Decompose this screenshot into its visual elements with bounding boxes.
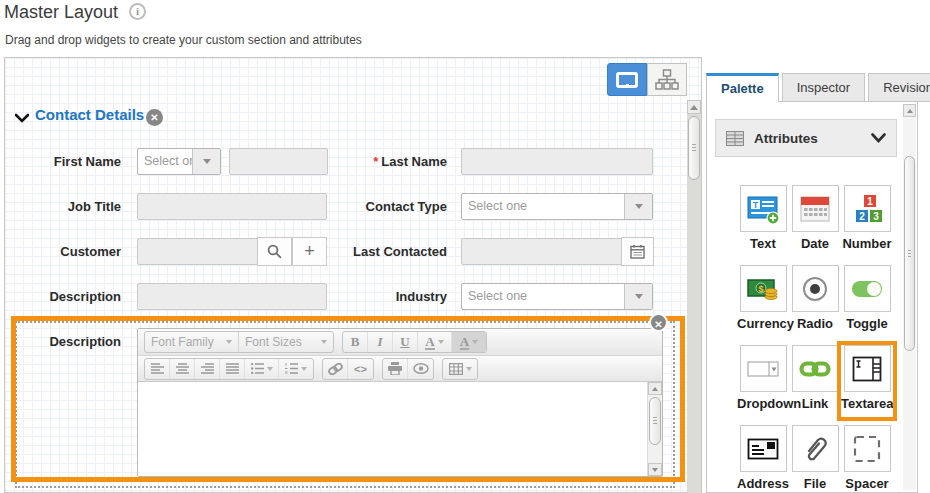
text-color-button[interactable]: A	[418, 332, 452, 352]
palette-item-number[interactable]: 123 Number	[841, 185, 893, 257]
palette-scrollbar[interactable]	[903, 104, 916, 490]
chevron-down-icon	[321, 340, 327, 344]
palette-items-grid: T Text	[737, 185, 893, 493]
underline-button[interactable]: U	[393, 332, 418, 352]
widget-card: $	[740, 265, 787, 312]
info-icon[interactable]: i	[129, 3, 146, 20]
align-justify-button[interactable]	[220, 359, 245, 379]
text-icon: T	[746, 193, 780, 225]
bullet-list-button[interactable]	[245, 359, 279, 379]
palette-item-radio[interactable]: Radio	[789, 265, 841, 337]
select-value: Select one	[462, 284, 624, 309]
insert-link-button[interactable]	[323, 359, 348, 379]
section-collapse-caret[interactable]	[15, 109, 29, 127]
field-label-last-name: *Last Name	[331, 148, 447, 175]
align-center-button[interactable]	[170, 359, 195, 379]
font-size-value: Font Sizes	[245, 335, 302, 349]
chevron-down-icon[interactable]	[192, 149, 220, 174]
widget-label: Currency	[737, 316, 789, 331]
industry-select[interactable]: Select one	[461, 283, 653, 310]
preview-button[interactable]	[408, 359, 433, 379]
insert-table-button[interactable]	[443, 359, 477, 379]
tab-revisions[interactable]: Revisions	[868, 73, 930, 102]
tab-inspector[interactable]: Inspector	[782, 73, 865, 102]
palette-item-textarea[interactable]: Textarea	[841, 345, 893, 417]
editor-scrollbar-thumb[interactable]	[649, 397, 661, 445]
widget-label: Textarea	[841, 396, 893, 411]
section-remove-button[interactable]: ✕	[146, 107, 163, 126]
section-title[interactable]: Contact Details	[35, 106, 144, 123]
chevron-down-icon	[466, 367, 472, 371]
plus-icon: +	[304, 241, 315, 262]
tab-palette[interactable]: Palette	[706, 73, 779, 102]
chevron-down-icon	[226, 340, 232, 344]
tree-view-button[interactable]	[647, 63, 687, 96]
chevron-down-icon	[472, 340, 478, 344]
widget-remove-button[interactable]: ✕	[649, 313, 668, 332]
align-right-button[interactable]	[195, 359, 220, 379]
align-left-button[interactable]	[145, 359, 170, 379]
palette-item-dropdown[interactable]: Dropdown	[737, 345, 789, 417]
palette-item-text[interactable]: T Text	[737, 185, 789, 257]
palette-item-toggle[interactable]: Toggle	[841, 265, 893, 337]
widget-label: Number	[841, 236, 893, 251]
widget-card	[792, 345, 839, 392]
desktop-view-button[interactable]	[607, 63, 647, 96]
description-input[interactable]	[137, 283, 327, 310]
background-color-button[interactable]: A	[452, 332, 486, 352]
job-title-input[interactable]	[137, 193, 327, 220]
font-size-select[interactable]: Font Sizes	[239, 332, 333, 352]
last-contacted-input[interactable]	[461, 238, 622, 265]
form-row: First Name Select one *Last Name	[5, 148, 703, 175]
field-label-industry: Industry	[331, 283, 447, 310]
chevron-down-icon[interactable]	[871, 133, 886, 143]
spacer-icon	[853, 435, 881, 463]
table-icon	[449, 363, 463, 375]
align-right-icon	[201, 363, 214, 374]
font-family-select[interactable]: Font Family	[145, 332, 239, 352]
bold-button[interactable]: B	[343, 332, 368, 352]
form-row: Description Industry Select one	[5, 283, 703, 310]
customer-input[interactable]	[137, 238, 258, 265]
widget-label: Toggle	[841, 316, 893, 331]
contact-type-select[interactable]: Select one	[461, 193, 653, 220]
first-name-select[interactable]: Select one	[137, 148, 221, 175]
italic-button[interactable]: I	[368, 332, 393, 352]
palette-item-file[interactable]: File	[789, 425, 841, 493]
customer-search-button[interactable]	[257, 237, 292, 266]
scroll-up-icon[interactable]	[687, 100, 701, 114]
palette-item-date[interactable]: Date	[789, 185, 841, 257]
panel-tabs: Palette Inspector Revisions	[706, 73, 930, 102]
attributes-header[interactable]: Attributes	[715, 119, 897, 157]
link-icon	[799, 359, 831, 379]
paperclip-icon	[802, 435, 828, 463]
close-icon: ✕	[649, 313, 668, 332]
palette-item-currency[interactable]: $ Currency	[737, 265, 789, 337]
editor-scrollbar[interactable]	[647, 382, 662, 476]
chevron-down-icon[interactable]	[624, 284, 652, 309]
last-name-input[interactable]	[461, 148, 653, 175]
hierarchy-icon	[655, 69, 679, 91]
widget-label: Dropdown	[737, 396, 789, 411]
chevron-down-icon[interactable]	[624, 194, 652, 219]
palette-item-spacer[interactable]: Spacer	[841, 425, 893, 493]
source-code-button[interactable]: <>	[348, 359, 373, 379]
date-picker-button[interactable]	[621, 237, 654, 266]
palette-scrollbar-thumb[interactable]	[904, 156, 915, 351]
scroll-up-icon[interactable]	[903, 104, 916, 117]
radio-icon	[801, 275, 829, 303]
editor-text-area[interactable]	[138, 382, 662, 476]
widget-label: Date	[789, 236, 841, 251]
palette-item-link[interactable]: Link	[789, 345, 841, 417]
search-icon	[267, 244, 282, 259]
customer-add-button[interactable]: +	[292, 237, 327, 266]
scroll-up-icon[interactable]	[648, 382, 662, 395]
first-name-input[interactable]	[229, 148, 328, 175]
widget-card	[844, 265, 891, 312]
editor-field-label: Description	[5, 328, 121, 355]
numbered-list-button[interactable]	[279, 359, 313, 379]
palette-item-address[interactable]: Address	[737, 425, 789, 493]
scroll-down-icon[interactable]	[648, 463, 662, 476]
print-button[interactable]	[383, 359, 408, 379]
page-title-text: Master Layout	[4, 2, 118, 22]
